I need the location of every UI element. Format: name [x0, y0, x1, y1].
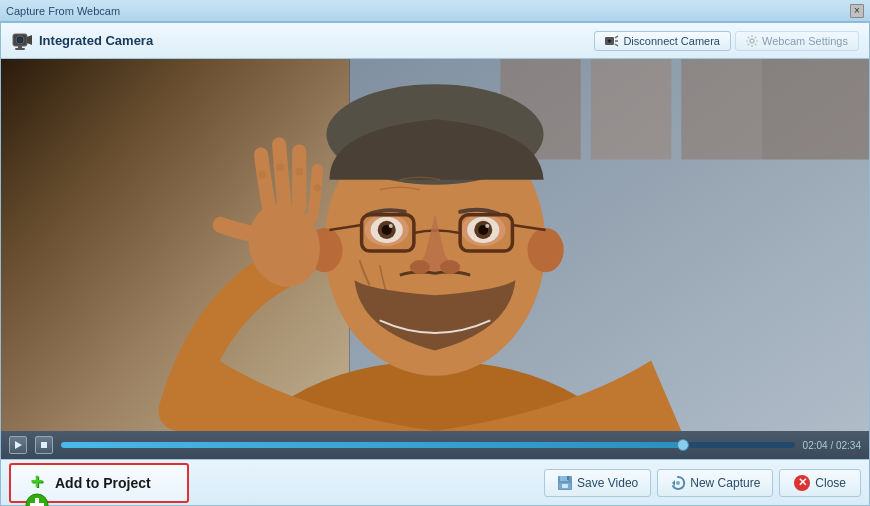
close-label: Close [815, 476, 846, 490]
add-to-project-button[interactable]: Add to Project [9, 463, 189, 503]
settings-icon [746, 35, 758, 47]
title-bar-text: Capture From Webcam [6, 5, 120, 17]
video-feed [1, 59, 869, 431]
svg-rect-52 [567, 476, 569, 480]
svg-point-44 [314, 184, 321, 191]
new-capture-label: New Capture [690, 476, 760, 490]
progress-fill [61, 442, 685, 448]
disconnect-icon [605, 35, 619, 47]
svg-rect-17 [762, 59, 869, 160]
add-to-project-label: Add to Project [55, 475, 151, 491]
webcam-settings-label: Webcam Settings [762, 35, 848, 47]
save-video-button[interactable]: Save Video [544, 469, 651, 497]
plus-icon [25, 471, 49, 495]
svg-rect-51 [560, 476, 568, 481]
svg-marker-45 [15, 441, 22, 449]
green-plus-icon [25, 493, 49, 507]
stop-button[interactable] [35, 436, 53, 454]
svg-point-28 [389, 224, 393, 228]
bottom-toolbar: Add to Project Save Video New Capture ✕ [1, 459, 869, 505]
disconnect-camera-button[interactable]: Disconnect Camera [594, 31, 731, 51]
svg-point-2 [18, 37, 23, 42]
progress-thumb[interactable] [677, 439, 689, 451]
svg-marker-3 [27, 35, 32, 45]
save-video-label: Save Video [577, 476, 638, 490]
video-area [1, 59, 869, 431]
camera-label: Integrated Camera [11, 32, 153, 50]
svg-point-56 [676, 481, 680, 485]
title-bar-close-button[interactable]: × [850, 4, 864, 18]
playback-bar: 02:04 / 02:34 [1, 431, 869, 459]
title-bar: Capture From Webcam × [0, 0, 870, 22]
new-capture-button[interactable]: New Capture [657, 469, 773, 497]
svg-rect-16 [681, 59, 761, 160]
svg-rect-5 [15, 48, 25, 50]
stop-icon [39, 440, 49, 450]
svg-point-39 [440, 260, 460, 274]
svg-point-38 [410, 260, 430, 274]
svg-point-33 [485, 224, 489, 228]
svg-rect-54 [562, 484, 568, 488]
camera-name: Integrated Camera [39, 33, 153, 48]
svg-line-10 [615, 44, 618, 46]
svg-point-43 [295, 168, 303, 176]
disconnect-label: Disconnect Camera [623, 35, 720, 47]
play-icon [13, 440, 23, 450]
svg-point-11 [750, 39, 754, 43]
header-bar: Integrated Camera Disconnect Camera Webc [1, 23, 869, 59]
svg-point-23 [527, 228, 563, 272]
time-display: 02:04 / 02:34 [803, 440, 861, 451]
refresh-icon [670, 475, 686, 491]
svg-rect-49 [30, 503, 44, 507]
webcam-icon [11, 32, 33, 50]
play-button[interactable] [9, 436, 27, 454]
header-buttons: Disconnect Camera Webcam Settings [594, 31, 859, 51]
webcam-settings-button[interactable]: Webcam Settings [735, 31, 859, 51]
close-circle-icon: ✕ [794, 475, 810, 491]
svg-marker-55 [672, 480, 675, 486]
svg-point-41 [258, 171, 266, 179]
progress-track[interactable] [61, 442, 795, 448]
main-window: Integrated Camera Disconnect Camera Webc [0, 22, 870, 506]
svg-point-7 [608, 39, 612, 43]
svg-point-42 [276, 164, 284, 172]
close-button[interactable]: ✕ Close [779, 469, 861, 497]
disk-icon [557, 475, 573, 491]
svg-rect-46 [41, 442, 47, 448]
svg-rect-15 [591, 59, 671, 160]
svg-line-8 [615, 36, 618, 38]
